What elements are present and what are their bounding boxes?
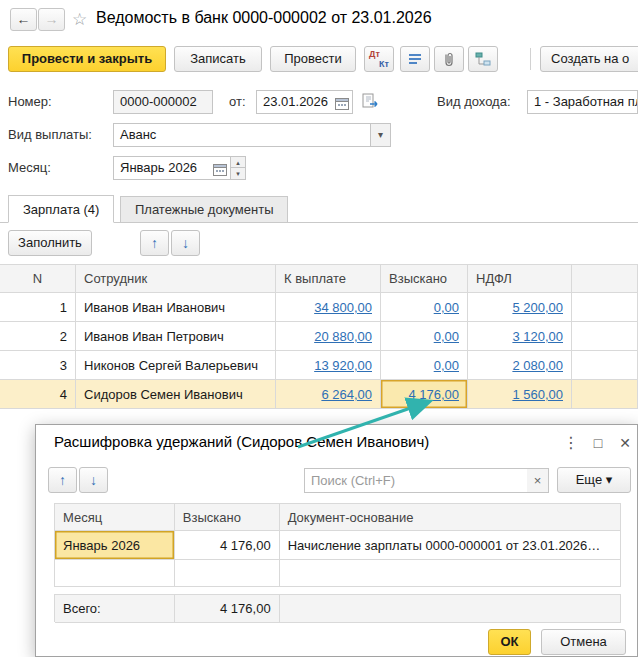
dialog-title: Расшифровка удержаний (Сидоров Семен Ива…	[54, 433, 429, 450]
paperclip-icon	[441, 51, 457, 67]
main-toolbar: Провести и закрыть Записать Провести ДтК…	[0, 46, 638, 76]
employee-cell[interactable]: Сидоров Семен Иванович	[76, 380, 276, 409]
payment-type-field[interactable]: Аванс ▾	[113, 123, 391, 147]
table-row[interactable]: 1 Иванов Иван Иванович 34 800,00 0,00 5 …	[0, 293, 638, 322]
withheld-link[interactable]: 0,00	[434, 358, 459, 373]
month-spinner: ▴ ▾	[231, 156, 246, 180]
more-button[interactable]: Еще ▾	[557, 467, 631, 493]
tab-salary[interactable]: Зарплата (4)	[8, 195, 114, 223]
move-up-button[interactable]: ↑	[140, 230, 169, 256]
row-number: 3	[0, 351, 76, 380]
attachments-button[interactable]	[434, 46, 464, 72]
payment-type-label: Вид выплаты:	[8, 123, 92, 147]
search-clear-icon[interactable]: ×	[527, 468, 549, 493]
table-row-selected[interactable]: 4 Сидоров Семен Иванович 6 264,00 4 176,…	[0, 380, 638, 409]
write-button[interactable]: Записать	[174, 46, 262, 72]
fill-from-document-button[interactable]	[362, 93, 382, 111]
employee-cell[interactable]: Никонов Сергей Валерьевич	[76, 351, 276, 380]
filler-cell	[572, 351, 638, 380]
payout-link[interactable]: 13 920,00	[314, 358, 372, 373]
withholding-details-dialog: Расшифровка удержаний (Сидоров Семен Ива…	[35, 424, 638, 657]
document-cell[interactable]: Начисление зарплаты 0000-000001 от 23.01…	[280, 531, 621, 560]
payout-link[interactable]: 34 800,00	[314, 300, 372, 315]
withheld-link[interactable]: 0,00	[434, 329, 459, 344]
number-label: Номер:	[8, 90, 52, 114]
post-and-close-button[interactable]: Провести и закрыть	[8, 46, 166, 72]
withheld-link[interactable]: 0,00	[434, 300, 459, 315]
header-employee[interactable]: Сотрудник	[76, 265, 276, 293]
month-field[interactable]: Январь 2026	[113, 156, 231, 180]
tab-payment-documents[interactable]: Платежные документы	[120, 196, 288, 223]
row-number: 4	[0, 380, 76, 409]
payout-link[interactable]: 20 880,00	[314, 329, 372, 344]
header-filler	[572, 265, 638, 293]
header-document[interactable]: Документ-основание	[280, 504, 621, 531]
dtkt-postings-button[interactable]: ДтКт	[364, 46, 394, 72]
structure-button[interactable]	[468, 46, 498, 72]
ndfl-link[interactable]: 2 080,00	[512, 358, 563, 373]
cancel-button[interactable]: Отмена	[541, 629, 626, 655]
header-ndfl[interactable]: НДФЛ	[468, 265, 572, 293]
ok-button[interactable]: ОК	[488, 629, 531, 655]
back-icon: ←	[17, 11, 31, 27]
income-type-field[interactable]: 1 - Заработная пл	[527, 90, 638, 114]
chevron-down-icon[interactable]: ▾	[370, 124, 390, 146]
withheld-link[interactable]: 4 176,00	[408, 387, 459, 402]
close-icon[interactable]: ✕	[613, 431, 637, 455]
forward-button[interactable]: →	[38, 8, 65, 31]
filler-cell	[572, 380, 638, 409]
dialog-table-row[interactable]: Январь 2026 4 176,00 Начисление зарплаты…	[55, 531, 621, 560]
date-field[interactable]: 23.01.2026	[256, 90, 353, 114]
move-down-button[interactable]: ↓	[171, 230, 200, 256]
table-row[interactable]: 3 Никонов Сергей Валерьевич 13 920,00 0,…	[0, 351, 638, 380]
month-value: Январь 2026	[120, 160, 197, 175]
filler-cell	[572, 293, 638, 322]
calendar-icon[interactable]	[335, 95, 349, 114]
toolbar-separator	[530, 48, 531, 70]
dialog-move-down-button[interactable]: ↓	[79, 467, 108, 493]
calendar-icon[interactable]	[213, 161, 227, 180]
totals-row: Всего: 4 176,00	[54, 594, 621, 622]
withheld-cell[interactable]: 4 176,00	[175, 531, 280, 560]
row-number: 1	[0, 293, 76, 322]
document-arrow-icon	[362, 93, 380, 109]
header-payout[interactable]: К выплате	[276, 265, 381, 293]
favorite-star-icon[interactable]: ☆	[72, 9, 87, 30]
ndfl-link[interactable]: 5 200,00	[512, 300, 563, 315]
date-value: 23.01.2026	[263, 94, 328, 109]
employee-cell[interactable]: Иванов Иван Иванович	[76, 293, 276, 322]
number-field[interactable]: 0000-000002	[113, 90, 213, 114]
ndfl-link[interactable]: 1 560,00	[512, 387, 563, 402]
list-lines-icon	[407, 52, 423, 66]
spin-up-icon[interactable]: ▴	[231, 157, 245, 168]
total-value: 4 176,00	[175, 595, 280, 623]
month-cell-selected[interactable]: Январь 2026	[55, 531, 175, 560]
kebab-menu-icon[interactable]: ⋮	[559, 431, 583, 455]
create-based-on-button[interactable]: Создать на о	[540, 46, 638, 72]
dialog-move-up-button[interactable]: ↑	[48, 467, 77, 493]
ndfl-link[interactable]: 3 120,00	[512, 329, 563, 344]
header-month[interactable]: Месяц	[55, 504, 175, 531]
header-withheld[interactable]: Взыскано	[381, 265, 468, 293]
search-input[interactable]	[305, 469, 527, 492]
header-withheld[interactable]: Взыскано	[175, 504, 280, 531]
row-number: 2	[0, 322, 76, 351]
reports-button[interactable]	[400, 46, 430, 72]
search-box	[304, 468, 528, 493]
total-label: Всего:	[55, 595, 175, 623]
employee-cell[interactable]: Иванов Иван Петрович	[76, 322, 276, 351]
withholding-table: Месяц Взыскано Документ-основание Январь…	[54, 503, 621, 587]
dialog-empty-row[interactable]	[55, 560, 621, 587]
spin-down-icon[interactable]: ▾	[231, 168, 245, 179]
payment-type-value: Аванс	[120, 127, 156, 142]
fill-button[interactable]: Заполнить	[8, 230, 92, 256]
table-row[interactable]: 2 Иванов Иван Петрович 20 880,00 0,00 3 …	[0, 322, 638, 351]
back-button[interactable]: ←	[10, 8, 37, 31]
forward-icon: →	[45, 11, 59, 27]
maximize-icon[interactable]: □	[586, 431, 610, 455]
payout-link[interactable]: 6 264,00	[321, 387, 372, 402]
post-button[interactable]: Провести	[270, 46, 356, 72]
withheld-cell-selected[interactable]: 4 176,00	[381, 380, 468, 409]
page-title: Ведомость в банк 0000-000002 от 23.01.20…	[96, 9, 432, 27]
header-n[interactable]: N	[0, 265, 76, 293]
